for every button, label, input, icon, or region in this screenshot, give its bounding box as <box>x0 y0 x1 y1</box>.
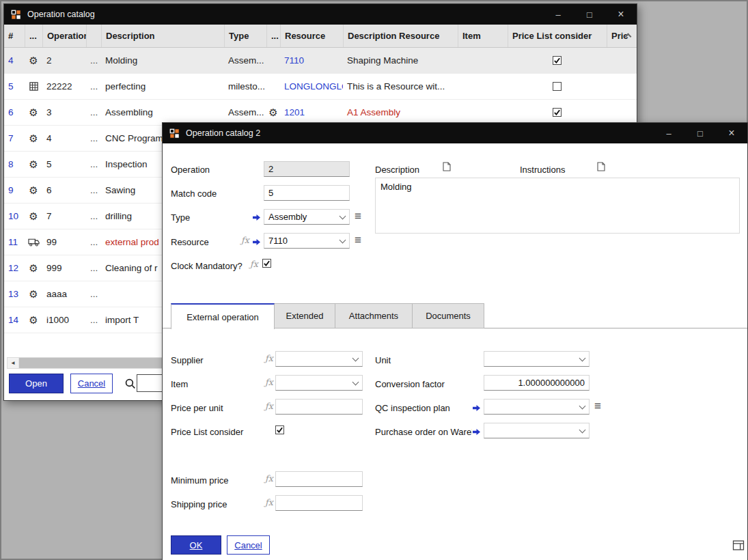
purchase-order-select[interactable] <box>484 423 590 438</box>
resource-description-cell: Shaping Machine <box>343 55 458 66</box>
table-row[interactable]: 5 22222 ... perfecting milesto... LONGLO… <box>4 74 637 100</box>
row-number: 14 <box>4 315 25 325</box>
ellipsis-button[interactable]: ... <box>86 263 101 273</box>
dialog-titlebar[interactable]: Operation catalog 2 – □ × <box>163 123 747 143</box>
match-code-field[interactable]: 5 <box>264 185 350 201</box>
col-header-resource-icon[interactable]: ... <box>266 25 280 47</box>
ellipsis-button[interactable]: ... <box>86 289 101 299</box>
clock-mandatory-checkbox[interactable] <box>262 259 271 268</box>
document-icon[interactable] <box>443 162 451 171</box>
ellipsis-button[interactable]: ... <box>86 185 101 195</box>
price-per-unit-field[interactable] <box>275 399 363 415</box>
tab-attachments[interactable]: Attachments <box>335 303 413 328</box>
supplier-select[interactable] <box>275 351 363 367</box>
conversion-factor-field[interactable]: 1.000000000000 <box>484 375 590 391</box>
resource-link[interactable]: 7110 <box>280 55 343 66</box>
maximize-button[interactable]: □ <box>574 4 605 25</box>
table-row[interactable]: 4 ⚙ 2 ... Molding Assem... 7110 Shaping … <box>4 48 637 74</box>
col-header-resource[interactable]: Resource <box>280 25 343 47</box>
price-list-checkbox[interactable] <box>553 82 562 91</box>
dialog-window-controls: – □ × <box>653 123 747 143</box>
qc-inspection-plan-select[interactable] <box>484 399 590 415</box>
col-header-type[interactable]: Type <box>224 25 266 47</box>
item-select[interactable] <box>275 375 363 391</box>
minimize-button[interactable]: – <box>542 4 574 25</box>
price-list-consider-checkbox[interactable] <box>275 425 284 434</box>
goto-arrow-icon[interactable] <box>252 212 261 219</box>
col-header-description-resource[interactable]: Description Resource <box>343 25 458 47</box>
resource-select[interactable]: 7110 <box>264 233 350 249</box>
ellipsis-button[interactable]: ... <box>86 81 101 92</box>
tab-documents[interactable]: Documents <box>412 303 484 328</box>
catalog-window-controls: – □ × <box>542 4 637 25</box>
col-header-item[interactable]: Item <box>458 25 508 47</box>
app-logo-icon <box>11 10 21 20</box>
form-layout-icon[interactable] <box>732 540 745 550</box>
col-header-operation[interactable]: Operation <box>42 25 86 47</box>
col-header-num[interactable]: # <box>4 25 25 47</box>
dialog-window-title: Operation catalog 2 <box>186 128 260 138</box>
close-button[interactable]: × <box>605 4 637 25</box>
col-header-price-list-consider[interactable]: Price List consider <box>508 25 607 47</box>
chevron-down-icon <box>579 426 586 433</box>
resource-link[interactable]: LONGLONGLO <box>280 81 343 92</box>
gear-icon: ⚙ <box>25 289 42 299</box>
resource-description-cell: A1 Assembly <box>343 107 458 117</box>
col-header-description[interactable]: Description <box>101 25 224 47</box>
ellipsis-button[interactable]: ... <box>86 133 101 143</box>
row-number: 10 <box>4 211 25 221</box>
shipping-price-field[interactable] <box>275 495 363 511</box>
operation-cell: 22222 <box>42 81 86 92</box>
catalog-window-title: Operation catalog <box>27 10 95 19</box>
search-icon[interactable] <box>124 378 136 389</box>
maximize-button[interactable]: □ <box>684 123 716 143</box>
ellipsis-button[interactable]: ... <box>86 107 101 117</box>
chevron-up-icon <box>624 33 631 40</box>
resource-link[interactable]: 1201 <box>280 107 343 117</box>
unit-select[interactable] <box>484 351 590 367</box>
ellipsis-button[interactable]: ... <box>86 159 101 169</box>
ellipsis-button[interactable]: ... <box>86 315 101 325</box>
goto-arrow-icon[interactable] <box>252 236 261 244</box>
table-header: # ... Operation Description Type ... Res… <box>4 25 637 48</box>
chevron-down-icon <box>352 354 359 361</box>
description-cell: Assembling <box>101 107 224 117</box>
chevron-down-icon <box>340 212 346 219</box>
tab-extended[interactable]: Extended <box>274 303 335 328</box>
description-label: Description <box>375 165 419 175</box>
tab-external-operation[interactable]: External operation <box>171 303 275 329</box>
chevron-down-icon <box>352 378 359 385</box>
price-list-checkbox[interactable] <box>553 108 562 117</box>
goto-arrow-icon[interactable] <box>472 402 481 410</box>
col-header-icon[interactable]: ... <box>25 25 42 47</box>
cancel-button[interactable]: Cancel <box>227 535 270 555</box>
col-header-ellipsis[interactable] <box>86 25 101 47</box>
supplier-label: Supplier <box>171 355 204 365</box>
ellipsis-button[interactable]: ... <box>86 55 101 66</box>
ellipsis-button[interactable]: ... <box>86 211 101 221</box>
minimum-price-field[interactable] <box>275 471 363 487</box>
open-button[interactable]: Open <box>9 374 64 393</box>
cancel-button[interactable]: Cancel <box>70 374 113 393</box>
close-button[interactable]: × <box>716 123 747 143</box>
type-list-button[interactable]: ≡ <box>355 210 361 222</box>
resource-list-button[interactable]: ≡ <box>355 234 361 246</box>
goto-arrow-icon[interactable] <box>472 426 481 434</box>
purchase-order-label: Purchase order on Wareh <box>375 427 472 437</box>
catalog-titlebar[interactable]: Operation catalog – □ × <box>4 4 637 25</box>
document-icon[interactable] <box>597 162 605 171</box>
operation-dialog-window: Operation catalog 2 – □ × Operation 2 Ma… <box>162 122 748 560</box>
ok-button[interactable]: OK <box>171 535 221 555</box>
operation-cell: 5 <box>42 159 86 169</box>
price-list-cell <box>508 56 607 65</box>
ellipsis-button[interactable]: ... <box>86 237 101 247</box>
scroll-left-button[interactable]: ◄ <box>8 358 19 368</box>
gear-icon: ⚙ <box>25 107 42 117</box>
price-list-cell <box>508 108 607 117</box>
minimize-button[interactable]: – <box>653 123 684 143</box>
qc-inspection-list-button[interactable]: ≡ <box>594 400 601 412</box>
type-select[interactable]: Assembly <box>264 209 350 225</box>
scroll-up-button[interactable] <box>623 30 633 40</box>
description-textarea[interactable]: Molding <box>375 178 740 234</box>
price-list-checkbox[interactable] <box>553 56 562 65</box>
